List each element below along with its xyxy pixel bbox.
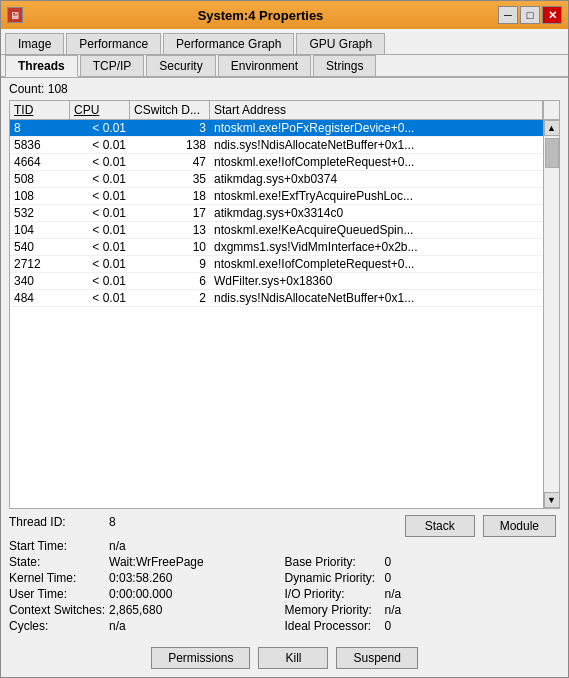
permissions-button[interactable]: Permissions	[151, 647, 250, 669]
cell-cpu: < 0.01	[70, 154, 130, 170]
cell-cswitch: 17	[130, 205, 210, 221]
cell-tid: 540	[10, 239, 70, 255]
cell-tid: 2712	[10, 256, 70, 272]
scroll-down-button[interactable]: ▼	[544, 492, 560, 508]
count-value: 108	[48, 82, 68, 96]
cell-cpu: < 0.01	[70, 171, 130, 187]
table-body: 8 < 0.01 3 ntoskml.exe!PoFxRegisterDevic…	[10, 120, 543, 508]
cell-address: ntoskml.exe!PoFxRegisterDevice+0...	[210, 120, 543, 136]
kernel-time-value: 0:03:58.260	[109, 571, 172, 585]
start-time-row: Start Time: n/a	[9, 539, 560, 553]
scroll-up-button[interactable]: ▲	[544, 120, 560, 136]
cell-cpu: < 0.01	[70, 222, 130, 238]
cell-cpu: < 0.01	[70, 120, 130, 136]
table-row[interactable]: 104 < 0.01 13 ntoskml.exe!KeAcquireQueue…	[10, 222, 543, 239]
cell-tid: 340	[10, 273, 70, 289]
cell-tid: 508	[10, 171, 70, 187]
threads-table: TID CPU CSwitch D... Start Address 8 < 0…	[9, 100, 560, 509]
dynamic-priority-label: Dynamic Priority:	[285, 571, 385, 585]
cell-address: ntoskml.exe!IofCompleteRequest+0...	[210, 154, 543, 170]
table-row[interactable]: 108 < 0.01 18 ntoskml.exe!ExfTryAcquireP…	[10, 188, 543, 205]
memory-priority-label: Memory Priority:	[285, 603, 385, 617]
minimize-button[interactable]: ─	[498, 6, 518, 24]
kill-button[interactable]: Kill	[258, 647, 328, 669]
cell-cpu: < 0.01	[70, 256, 130, 272]
cell-cswitch: 6	[130, 273, 210, 289]
tab-row-1: Image Performance Performance Graph GPU …	[1, 29, 568, 55]
scrollbar[interactable]: ▲ ▼	[543, 120, 559, 508]
col-cpu[interactable]: CPU	[70, 101, 130, 119]
cell-address: ndis.sys!NdisAllocateNetBuffer+0x1...	[210, 290, 543, 306]
cell-cpu: < 0.01	[70, 239, 130, 255]
cell-cswitch: 9	[130, 256, 210, 272]
cell-cpu: < 0.01	[70, 290, 130, 306]
cell-cswitch: 2	[130, 290, 210, 306]
cell-tid: 108	[10, 188, 70, 204]
tab-image[interactable]: Image	[5, 33, 64, 54]
suspend-button[interactable]: Suspend	[336, 647, 417, 669]
state-label: State:	[9, 555, 109, 569]
tab-row-2: Threads TCP/IP Security Environment Stri…	[1, 55, 568, 78]
cell-cswitch: 13	[130, 222, 210, 238]
cell-cswitch: 10	[130, 239, 210, 255]
cell-cpu: < 0.01	[70, 273, 130, 289]
cell-cswitch: 3	[130, 120, 210, 136]
cell-cswitch: 138	[130, 137, 210, 153]
table-row[interactable]: 340 < 0.01 6 WdFilter.sys+0x18360	[10, 273, 543, 290]
tab-security[interactable]: Security	[146, 55, 215, 76]
kernel-time-label: Kernel Time:	[9, 571, 109, 585]
cell-tid: 4664	[10, 154, 70, 170]
tab-threads[interactable]: Threads	[5, 55, 78, 77]
table-header: TID CPU CSwitch D... Start Address	[10, 101, 559, 120]
restore-button[interactable]: □	[520, 6, 540, 24]
col-address: Start Address	[210, 101, 543, 119]
scroll-thumb[interactable]	[545, 138, 559, 168]
cell-cpu: < 0.01	[70, 137, 130, 153]
scroll-header-space	[543, 101, 559, 119]
tab-environment[interactable]: Environment	[218, 55, 311, 76]
cycles-value: n/a	[109, 619, 126, 633]
cell-address: ndis.sys!NdisAllocateNetBuffer+0x1...	[210, 137, 543, 153]
close-button[interactable]: ✕	[542, 6, 562, 24]
tab-strings[interactable]: Strings	[313, 55, 376, 76]
cell-address: ntoskml.exe!ExfTryAcquirePushLoc...	[210, 188, 543, 204]
thread-id-value: 8	[109, 515, 116, 537]
user-time-label: User Time:	[9, 587, 109, 601]
tab-performance[interactable]: Performance	[66, 33, 161, 54]
table-row[interactable]: 532 < 0.01 17 atikmdag.sys+0x3314c0	[10, 205, 543, 222]
user-time-value: 0:00:00.000	[109, 587, 172, 601]
tab-gpu-graph[interactable]: GPU Graph	[296, 33, 385, 54]
dynamic-priority-value: 0	[385, 571, 392, 585]
context-switches-label: Context Switches:	[9, 603, 109, 617]
table-row[interactable]: 4664 < 0.01 47 ntoskml.exe!IofCompleteRe…	[10, 154, 543, 171]
tab-performance-graph[interactable]: Performance Graph	[163, 33, 294, 54]
tab-tcpip[interactable]: TCP/IP	[80, 55, 145, 76]
count-bar: Count: 108	[1, 78, 568, 100]
title-bar: 🖥 System:4 Properties ─ □ ✕	[1, 1, 568, 29]
cell-cpu: < 0.01	[70, 188, 130, 204]
cell-address: ntoskml.exe!IofCompleteRequest+0...	[210, 256, 543, 272]
table-row[interactable]: 484 < 0.01 2 ndis.sys!NdisAllocateNetBuf…	[10, 290, 543, 307]
table-row[interactable]: 508 < 0.01 35 atikmdag.sys+0xb0374	[10, 171, 543, 188]
module-button[interactable]: Module	[483, 515, 556, 537]
cell-address: atikmdag.sys+0x3314c0	[210, 205, 543, 221]
cell-address: atikmdag.sys+0xb0374	[210, 171, 543, 187]
col-tid[interactable]: TID	[10, 101, 70, 119]
ideal-processor-label: Ideal Processor:	[285, 619, 385, 633]
table-row[interactable]: 5836 < 0.01 138 ndis.sys!NdisAllocateNet…	[10, 137, 543, 154]
base-priority-label: Base Priority:	[285, 555, 385, 569]
cell-tid: 532	[10, 205, 70, 221]
ideal-processor-value: 0	[385, 619, 392, 633]
table-row[interactable]: 540 < 0.01 10 dxgmms1.sys!VidMmInterface…	[10, 239, 543, 256]
table-row[interactable]: 2712 < 0.01 9 ntoskml.exe!IofCompleteReq…	[10, 256, 543, 273]
state-value: Wait:WrFreePage	[109, 555, 204, 569]
cell-tid: 104	[10, 222, 70, 238]
cell-tid: 8	[10, 120, 70, 136]
table-row[interactable]: 8 < 0.01 3 ntoskml.exe!PoFxRegisterDevic…	[10, 120, 543, 137]
cell-address: dxgmms1.sys!VidMmInterface+0x2b...	[210, 239, 543, 255]
col-cswitch: CSwitch D...	[130, 101, 210, 119]
bottom-buttons: Permissions Kill Suspend	[1, 641, 568, 677]
start-time-label: Start Time:	[9, 539, 109, 553]
main-window: 🖥 System:4 Properties ─ □ ✕ Image Perfor…	[0, 0, 569, 678]
stack-button[interactable]: Stack	[405, 515, 475, 537]
